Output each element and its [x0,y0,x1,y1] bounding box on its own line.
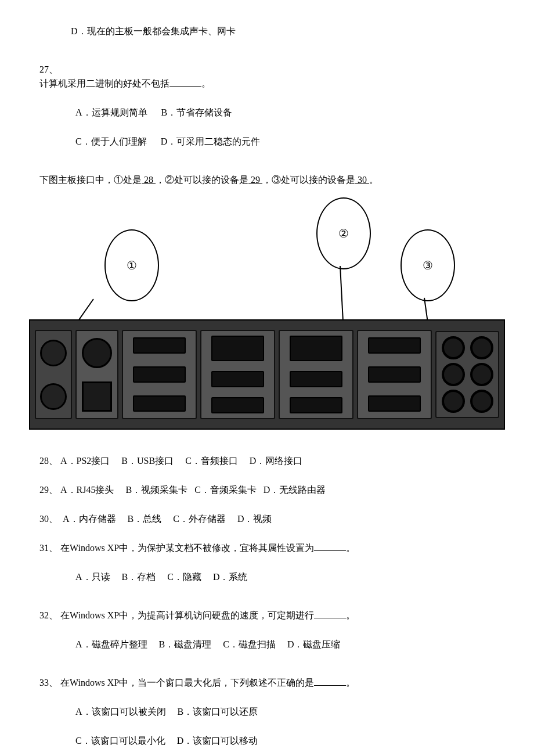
q32-option-d: D．磁盘压缩 [287,639,341,649]
q33-text: 在Windows XP中，当一个窗口最大化后，下列叙述不正确的是 [60,678,314,687]
callout-3: ③ [400,229,455,301]
q28-option-d: D．网络接口 [250,456,303,466]
q30-option-a: A．内存储器 [63,514,116,524]
q30-number: 30、 [39,514,58,524]
q29-option-c: C．音频采集卡 [194,485,257,495]
audio-jack [470,363,493,386]
audio-block [435,331,499,418]
q31-tail: 。 [346,543,355,553]
q29-option-b: B．视频采集卡 [125,485,187,495]
usb-slot [211,371,265,387]
prev-question-option-d: D．现在的主板一般都会集成声卡、网卡 [29,24,505,38]
q27-option-a: A．运算规则简单 [75,107,147,117]
q27-number: 27、 [39,64,58,74]
q31-stem: 31、 在Windows XP中，为保护某文档不被修改，宜将其属性设置为。 [29,527,505,555]
usb-slot [368,337,421,354]
q32-option-b: B．磁盘清理 [159,639,212,649]
q31-blank [314,541,346,551]
lan-usb-block-1 [200,330,275,419]
q31-text: 在Windows XP中，为保护某文档不被修改，宜将其属性设置为 [60,543,314,553]
q27-tail: 。 [201,78,211,88]
audio-jack [442,390,465,413]
q28-option-b: B．USB接口 [121,456,174,466]
q32-stem: 32、 在Windows XP中，为提高计算机访问硬盘的速度，可定期进行。 [29,595,505,622]
usb-slot [133,337,186,354]
usb-slot [133,395,186,412]
q33-options-row2: C．该窗口可以最小化 D．该窗口可以移动 [29,720,505,748]
q32-number: 32、 [39,610,58,620]
lan-port [290,336,343,361]
usb-slot [368,366,421,383]
q28-option-a: A．PS2接口 [60,456,110,466]
q33-option-d: D．该窗口可以移动 [177,736,258,746]
callout-1-label: ① [127,257,137,274]
q27-text: 计算机采用二进制的好处不包括 [39,78,169,88]
callout-2-stem [340,266,344,327]
ps2-port-top [40,340,67,366]
q30-option-b: B．总线 [128,514,162,524]
q29-option-d: D．无线路由器 [264,485,326,495]
q32-blank [314,609,346,618]
callout-2: ② [316,197,371,269]
optical-port [82,381,112,412]
audio-jack [470,390,493,413]
q28-number: 28、 [39,456,58,466]
usb-slot [211,397,265,413]
q28-row: 28、 A．PS2接口 B．USB接口 C．音频接口 D．网络接口 [29,440,505,468]
usb-block-1 [122,330,197,419]
q27-stem: 27、 计算机采用二进制的好处不包括。 [29,49,505,91]
q27-options-row1: A．运算规则简单 B．节省存储设备 [29,92,505,120]
q29-option-a: A．RJ45接头 [60,485,114,495]
q32-option-c: C．磁盘扫描 [223,639,276,649]
usb-slot [133,366,186,383]
usb-block-2 [357,330,432,419]
lan-usb-block-2 [279,330,353,419]
fig-intro-blank-28: 28 [142,175,156,185]
fig-intro-mid1: ，②处可以接的设备是 [156,175,248,185]
q33-options-row1: A．该窗口可以被关闭 B．该窗口可以还原 [29,691,505,719]
q32-tail: 。 [346,610,355,620]
lan-port [211,336,265,361]
q30-option-c: C．外存储器 [173,514,226,524]
q33-option-b: B．该窗口可以还原 [178,707,258,717]
figure-intro: 下图主板接口中，①处是 28 ，②处可以接的设备是 29 ，③处可以接的设备是 … [29,159,505,187]
q33-tail: 。 [346,678,355,687]
q32-option-a: A．磁盘碎片整理 [75,639,147,649]
audio-jack [442,336,465,359]
q27-option-d: D．可采用二稳态的元件 [161,136,261,146]
q33-blank [314,676,346,686]
q30-option-d: D．视频 [237,514,272,524]
fig-intro-blank-29: 29 [248,175,262,185]
q27-blank [169,77,201,87]
ps2-block [35,330,72,419]
q29-number: 29、 [39,485,58,495]
fig-intro-mid2: ，③处可以接的设备是 [262,175,355,185]
q31-option-a: A．只读 [75,572,110,582]
q31-options: A．只读 B．存档 C．隐藏 D．系统 [29,556,505,584]
q31-option-d: D．系统 [213,572,248,582]
q33-option-c: C．该窗口可以最小化 [75,736,165,746]
optical-block [75,330,118,419]
q29-row: 29、 A．RJ45接头 B．视频采集卡 C．音频采集卡 D．无线路由器 [29,469,505,497]
audio-jack [442,363,465,386]
coax-port [82,338,112,368]
callout-1: ① [104,229,159,301]
usb-slot [290,397,343,413]
q33-option-a: A．该窗口可以被关闭 [75,707,166,717]
q33-stem: 33、 在Windows XP中，当一个窗口最大化后，下列叙述不正确的是。 [29,662,505,690]
q31-number: 31、 [39,543,58,553]
fig-intro-pre: 下图主板接口中，①处是 [39,175,142,185]
q27-option-c: C．便于人们理解 [75,136,147,146]
io-panel [29,319,505,430]
q32-text: 在Windows XP中，为提高计算机访问硬盘的速度，可定期进行 [60,610,314,620]
q31-option-c: C．隐藏 [167,572,201,582]
callout-2-label: ② [338,225,349,242]
q32-options: A．磁盘碎片整理 B．磁盘清理 C．磁盘扫描 D．磁盘压缩 [29,624,505,651]
fig-intro-blank-30: 30 [355,175,369,185]
callout-3-label: ③ [423,257,433,274]
q31-option-b: B．存档 [122,572,156,582]
q28-option-c: C．音频接口 [185,456,238,466]
motherboard-io-figure: ① ② ③ [29,197,505,430]
usb-slot [368,395,421,412]
q27-option-b: B．节省存储设备 [161,107,233,117]
